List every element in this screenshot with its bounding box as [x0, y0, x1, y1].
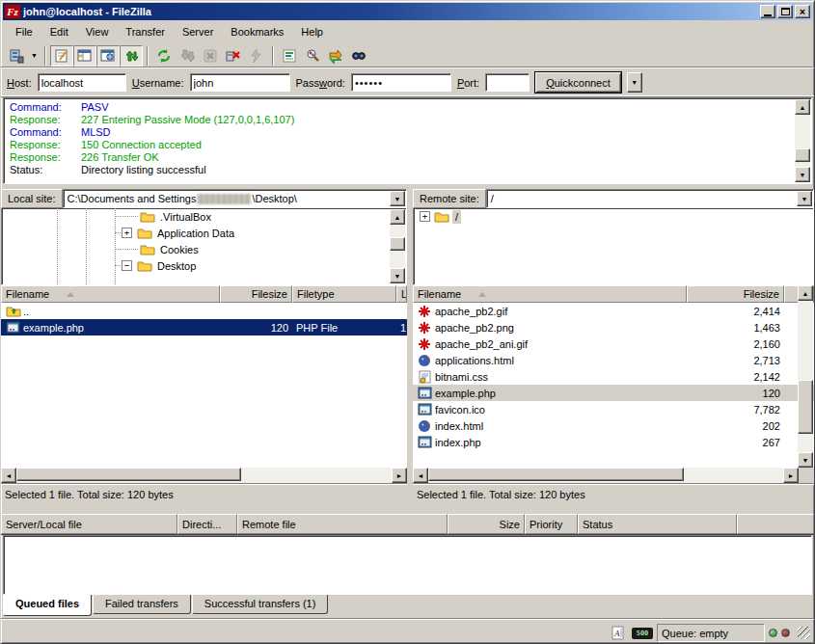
- column-header-filename[interactable]: Filename: [1, 285, 220, 303]
- remote-directory-tree[interactable]: + /: [413, 208, 814, 285]
- scroll-thumb[interactable]: [795, 148, 810, 162]
- expand-icon[interactable]: +: [420, 211, 430, 222]
- scroll-right-button[interactable]: ►: [392, 468, 407, 483]
- tab-failed-transfers[interactable]: Failed transfers: [93, 595, 191, 614]
- menu-server[interactable]: Server: [174, 23, 222, 40]
- scroll-thumb[interactable]: [428, 468, 684, 481]
- parent-directory-row[interactable]: ..: [1, 303, 407, 319]
- scroll-left-button[interactable]: ◄: [1, 468, 16, 483]
- menu-view[interactable]: View: [77, 23, 118, 40]
- tree-item-cookies[interactable]: Cookies: [2, 241, 406, 257]
- toggle-local-tree-button[interactable]: [73, 45, 96, 67]
- scroll-up-button[interactable]: ▲: [798, 285, 813, 301]
- column-header-direction[interactable]: Directi...: [177, 514, 237, 534]
- column-header-priority[interactable]: Priority: [525, 514, 578, 534]
- local-horizontal-scrollbar[interactable]: ◄ ►: [1, 468, 407, 483]
- local-tree-vertical-scrollbar[interactable]: ▲ ▼: [390, 209, 405, 283]
- find-button[interactable]: [347, 45, 370, 67]
- column-header-server-local-file[interactable]: Server/Local file: [1, 514, 177, 534]
- remote-file-row-selected[interactable]: example.php 120: [413, 385, 814, 401]
- remote-file-row[interactable]: index.html 202: [413, 417, 814, 434]
- column-header-filename[interactable]: Filename: [413, 285, 687, 303]
- speed-limit-icon[interactable]: 500: [632, 628, 653, 639]
- process-queue-button[interactable]: [176, 45, 199, 67]
- resize-grip[interactable]: [798, 627, 810, 639]
- message-log[interactable]: Command:PASV Response:227 Entering Passi…: [3, 97, 812, 184]
- remote-file-row[interactable]: bitnami.css 2,142: [413, 368, 814, 385]
- transfer-type-ascii-icon[interactable]: A: [609, 625, 628, 642]
- synchronized-browsing-button[interactable]: [324, 45, 347, 67]
- compare-button[interactable]: [301, 45, 324, 67]
- remote-horizontal-scrollbar[interactable]: ◄ ►: [413, 468, 799, 483]
- port-input[interactable]: [485, 73, 530, 92]
- scroll-up-button[interactable]: ▲: [390, 209, 405, 225]
- scroll-right-button[interactable]: ►: [783, 468, 799, 483]
- column-header-size[interactable]: Size: [448, 514, 525, 534]
- password-input[interactable]: [351, 73, 451, 92]
- title-bar[interactable]: Fz john@localhost - FileZilla ×: [3, 3, 812, 20]
- remote-list-body[interactable]: apache_pb2.gif 2,414 apache_pb2.png 1,46…: [413, 303, 814, 468]
- tree-item-virtualbox[interactable]: .VirtualBox: [2, 208, 406, 225]
- tree-item-application-data[interactable]: + Application Data: [2, 225, 406, 241]
- remote-file-row[interactable]: index.php 267: [413, 434, 814, 450]
- scroll-down-button[interactable]: ▼: [798, 452, 813, 468]
- local-site-combobox[interactable]: C:\Documents and Settings\Desktop\ ▼: [63, 189, 407, 208]
- column-header-filetype[interactable]: Filetype: [292, 285, 396, 303]
- queue-list[interactable]: [3, 535, 812, 595]
- remote-vertical-scrollbar[interactable]: ▲ ▼: [798, 285, 813, 468]
- log-vertical-scrollbar[interactable]: ▲ ▼: [795, 99, 810, 182]
- column-header-status[interactable]: Status: [578, 514, 737, 534]
- disconnect-button[interactable]: [222, 45, 245, 67]
- scroll-down-button[interactable]: ▼: [795, 167, 810, 182]
- remote-file-row[interactable]: favicon.ico 7,782: [413, 401, 814, 417]
- local-directory-tree[interactable]: .VirtualBox + Application Data Cookies −: [1, 208, 407, 285]
- toggle-remote-tree-button[interactable]: [96, 45, 120, 67]
- tree-item-root[interactable]: + /: [414, 208, 813, 225]
- site-manager-button[interactable]: [5, 45, 28, 67]
- horizontal-splitter[interactable]: [1, 504, 814, 514]
- remote-file-row[interactable]: apache_pb2.gif 2,414: [413, 303, 814, 319]
- column-header-last-modified[interactable]: L: [396, 285, 407, 303]
- reconnect-button[interactable]: [245, 45, 268, 67]
- toggle-queue-button[interactable]: [120, 45, 143, 67]
- quickconnect-button[interactable]: Quickconnect: [535, 72, 621, 93]
- remote-file-row[interactable]: apache_pb2_ani.gif 2,160: [413, 335, 814, 352]
- remote-file-row[interactable]: apache_pb2.png 1,463: [413, 319, 814, 335]
- scroll-left-button[interactable]: ◄: [413, 468, 428, 483]
- remote-site-dropdown[interactable]: ▼: [797, 191, 812, 206]
- remote-site-combobox[interactable]: / ▼: [486, 189, 814, 208]
- maximize-button[interactable]: [777, 5, 793, 18]
- tree-item-desktop[interactable]: − Desktop: [2, 257, 406, 274]
- local-site-dropdown[interactable]: ▼: [390, 191, 405, 206]
- column-header-remote-file[interactable]: Remote file: [237, 514, 448, 534]
- menu-edit[interactable]: Edit: [41, 23, 77, 40]
- site-manager-dropdown[interactable]: ▼: [28, 45, 41, 67]
- local-list-body[interactable]: .. example.php 120 PHP File 1: [1, 303, 407, 468]
- expand-icon[interactable]: +: [122, 228, 132, 238]
- scroll-up-button[interactable]: ▲: [795, 99, 810, 115]
- scroll-thumb[interactable]: [16, 468, 241, 481]
- menu-transfer[interactable]: Transfer: [117, 23, 174, 40]
- cancel-button[interactable]: [199, 45, 222, 67]
- menu-help[interactable]: Help: [292, 23, 332, 40]
- close-button[interactable]: ×: [795, 5, 810, 18]
- menu-bookmarks[interactable]: Bookmarks: [222, 23, 292, 40]
- tab-successful-transfers[interactable]: Successful transfers (1): [192, 595, 329, 614]
- username-input[interactable]: [190, 73, 290, 92]
- scroll-down-button[interactable]: ▼: [390, 268, 405, 283]
- minimize-button[interactable]: [760, 5, 775, 18]
- scroll-thumb[interactable]: [390, 237, 405, 251]
- remote-file-row[interactable]: applications.html 2,713: [413, 352, 814, 368]
- host-input[interactable]: [38, 73, 126, 92]
- column-header-filesize[interactable]: Filesize: [687, 285, 784, 303]
- column-header-filesize[interactable]: Filesize: [220, 285, 292, 303]
- scroll-thumb[interactable]: [798, 380, 813, 434]
- tab-queued-files[interactable]: Queued files: [3, 595, 92, 616]
- quickconnect-dropdown[interactable]: ▼: [627, 72, 642, 93]
- local-file-row-selected[interactable]: example.php 120 PHP File 1: [1, 319, 407, 335]
- collapse-icon[interactable]: −: [122, 260, 132, 271]
- filter-button[interactable]: [278, 45, 301, 67]
- toggle-message-log-button[interactable]: [50, 45, 73, 67]
- refresh-button[interactable]: [152, 45, 176, 67]
- menu-file[interactable]: File: [7, 23, 41, 40]
